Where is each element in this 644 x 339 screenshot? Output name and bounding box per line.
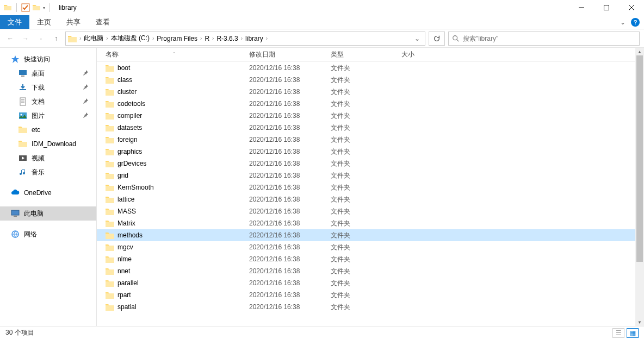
sidebar-item[interactable]: IDM_Download [0,137,96,151]
sidebar-item-icon [18,140,27,148]
file-date: 2020/12/16 16:38 [249,112,331,120]
pin-icon [82,112,89,118]
sidebar-network[interactable]: 网络 [0,227,96,241]
file-name: nlme [117,255,132,263]
file-row[interactable]: Matrix2020/12/16 16:38文件夹 [97,217,635,229]
file-row[interactable]: mgcv2020/12/16 16:38文件夹 [97,241,635,253]
qat-dropdown-icon[interactable]: ▾ [43,5,45,10]
file-row[interactable]: nlme2020/12/16 16:38文件夹 [97,253,635,265]
file-row[interactable]: MASS2020/12/16 16:38文件夹 [97,205,635,217]
nav-recent-dropdown[interactable]: ⌄ [35,33,47,45]
file-row[interactable]: methods2020/12/16 16:38文件夹 [97,229,635,241]
sidebar-item-icon [18,125,27,134]
file-type: 文件夹 [331,171,401,180]
column-header-size[interactable]: 大小 [401,50,434,59]
file-row[interactable]: foreign2020/12/16 16:38文件夹 [97,134,635,146]
scrollbar-thumb[interactable] [636,55,643,262]
file-row[interactable]: KernSmooth2020/12/16 16:38文件夹 [97,181,635,193]
sidebar-onedrive[interactable]: OneDrive [0,186,96,200]
file-row[interactable]: grid2020/12/16 16:38文件夹 [97,170,635,181]
file-row[interactable]: nnet2020/12/16 16:38文件夹 [97,265,635,277]
vertical-scrollbar[interactable]: ▲ ▼ [635,48,644,326]
file-row[interactable]: compiler2020/12/16 16:38文件夹 [97,110,635,122]
file-name: MASS [117,208,136,215]
file-type: 文件夹 [331,231,401,240]
view-icons-button[interactable]: ▦ [627,328,639,338]
breadcrumb-segment[interactable]: library [243,34,265,43]
file-type: 文件夹 [331,291,401,300]
file-row[interactable]: datasets2020/12/16 16:38文件夹 [97,122,635,134]
address-bar[interactable]: › 此电脑›本地磁盘 (C:)›Program Files›R›R-3.6.3›… [65,32,425,46]
file-row[interactable]: graphics2020/12/16 16:38文件夹 [97,146,635,158]
sidebar-this-pc[interactable]: 此电脑 [0,206,96,221]
sidebar-item[interactable]: 下载 [0,80,96,95]
file-row[interactable]: lattice2020/12/16 16:38文件夹 [97,193,635,205]
file-row[interactable]: class2020/12/16 16:38文件夹 [97,74,635,86]
folder-icon [106,64,114,72]
folder-icon [106,196,114,203]
tab-view[interactable]: 查看 [88,15,117,29]
folder-icon [106,184,114,191]
breadcrumb-segment[interactable]: R-3.6.3 [214,34,240,43]
folder-icon [106,76,114,84]
file-row[interactable]: rpart2020/12/16 16:38文件夹 [97,289,635,301]
minimize-button[interactable] [569,0,594,15]
sidebar-item-label: 桌面 [32,69,45,78]
sidebar-item-label: 网络 [24,230,37,239]
file-date: 2020/12/16 16:38 [249,303,331,311]
folder-icon [106,172,114,179]
file-row[interactable]: cluster2020/12/16 16:38文件夹 [97,86,635,98]
nav-forward-button[interactable]: → [20,33,32,45]
nav-back-button[interactable]: ← [4,33,16,45]
network-icon [11,230,20,238]
breadcrumb-segment[interactable]: 此电脑 [82,33,106,44]
breadcrumb-segment[interactable]: R [202,34,212,43]
maximize-button[interactable] [594,0,619,15]
breadcrumb-segment[interactable]: 本地磁盘 (C:) [109,33,152,44]
sidebar-item[interactable]: 图片 [0,109,96,123]
file-row[interactable]: spatial2020/12/16 16:38文件夹 [97,301,635,313]
scroll-up-icon[interactable]: ▲ [635,48,644,55]
file-type: 文件夹 [331,87,401,97]
sidebar-item[interactable]: 音乐 [0,165,96,179]
column-header-type[interactable]: 类型 [331,50,401,59]
sidebar-item[interactable]: etc [0,123,96,137]
breadcrumb-segment[interactable]: Program Files [154,34,200,43]
sidebar-item[interactable]: 文档 [0,95,96,109]
file-row[interactable]: grDevices2020/12/16 16:38文件夹 [97,158,635,170]
folder-icon[interactable] [32,3,41,12]
sidebar-item-icon [18,69,27,78]
scroll-down-icon[interactable]: ▼ [635,318,644,326]
column-header-name[interactable]: 名称 ˄ [102,50,249,59]
file-row[interactable]: boot2020/12/16 16:38文件夹 [97,62,635,74]
file-name: mgcv [117,243,133,251]
sidebar-item-label: 视频 [32,154,45,163]
statusbar: 30 个项目 ☰ ▦ [0,326,644,339]
ribbon-collapse-icon[interactable]: ⌄ [620,18,626,26]
chevron-right-icon[interactable]: › [265,35,268,41]
sidebar-item[interactable]: 桌面 [0,66,96,80]
folder-icon [106,160,114,167]
search-box[interactable] [448,32,640,46]
column-header-date[interactable]: 修改日期 [249,50,331,59]
tab-file[interactable]: 文件 [0,15,29,29]
file-row[interactable]: parallel2020/12/16 16:38文件夹 [97,277,635,289]
sidebar-item-label: 快速访问 [24,55,50,64]
sidebar-quick-access[interactable]: 快速访问 [0,52,96,66]
window-title: library [54,4,77,11]
file-row[interactable]: codetools2020/12/16 16:38文件夹 [97,98,635,110]
help-button[interactable]: ? [631,18,640,27]
tab-share[interactable]: 共享 [59,15,88,29]
file-name: KernSmooth [117,184,154,191]
address-dropdown-icon[interactable]: ⌄ [412,35,423,42]
file-type: 文件夹 [331,147,401,156]
nav-up-button[interactable]: ↑ [50,33,62,45]
sidebar-item-label: 下载 [32,83,45,92]
sidebar-item[interactable]: 视频 [0,151,96,165]
search-input[interactable] [463,35,636,42]
close-button[interactable] [619,0,644,15]
tab-home[interactable]: 主页 [29,15,59,29]
refresh-button[interactable] [429,32,445,46]
qat-checkbox-icon[interactable] [21,3,30,12]
view-details-button[interactable]: ☰ [612,328,624,338]
